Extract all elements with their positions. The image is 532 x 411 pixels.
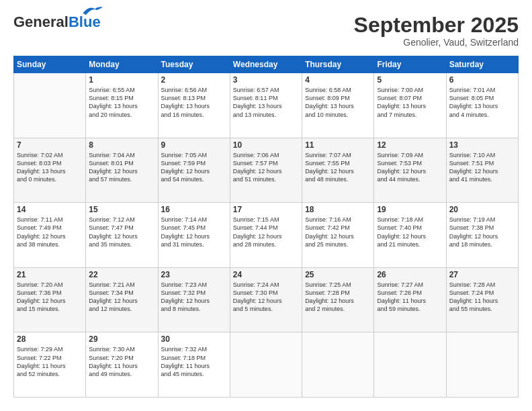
col-header-thursday: Thursday [302, 56, 374, 73]
col-header-sunday: Sunday [14, 56, 86, 73]
calendar-cell: 5Sunrise: 7:00 AMSunset: 8:07 PMDaylight… [374, 73, 446, 138]
cell-info: Sunrise: 7:30 AMSunset: 7:20 PMDaylight:… [89, 345, 154, 378]
cell-info: Sunrise: 7:09 AMSunset: 7:53 PMDaylight:… [377, 151, 443, 184]
day-number: 26 [377, 270, 443, 279]
cell-info: Sunrise: 7:27 AMSunset: 7:26 PMDaylight:… [377, 281, 443, 314]
day-number: 27 [449, 270, 515, 279]
col-header-tuesday: Tuesday [158, 56, 230, 73]
cell-info: Sunrise: 7:10 AMSunset: 7:51 PMDaylight:… [449, 151, 515, 184]
cell-info: Sunrise: 7:20 AMSunset: 7:36 PMDaylight:… [17, 281, 83, 314]
calendar-cell [302, 332, 374, 398]
day-number: 9 [161, 140, 227, 150]
col-header-saturday: Saturday [446, 56, 518, 73]
day-number: 13 [449, 140, 515, 150]
day-number: 8 [89, 140, 154, 150]
logo: GeneralBlue [13, 13, 101, 31]
calendar-cell: 2Sunrise: 6:56 AMSunset: 8:13 PMDaylight… [158, 73, 230, 138]
calendar-header-row: SundayMondayTuesdayWednesdayThursdayFrid… [14, 56, 519, 73]
calendar-cell: 17Sunrise: 7:15 AMSunset: 7:44 PMDayligh… [230, 203, 302, 268]
calendar-cell: 1Sunrise: 6:55 AMSunset: 8:15 PMDaylight… [86, 73, 158, 138]
cell-info: Sunrise: 7:19 AMSunset: 7:38 PMDaylight:… [449, 216, 515, 248]
cell-info: Sunrise: 6:55 AMSunset: 8:15 PMDaylight:… [89, 86, 154, 119]
cell-info: Sunrise: 6:57 AMSunset: 8:11 PMDaylight:… [233, 86, 299, 119]
cell-info: Sunrise: 7:18 AMSunset: 7:40 PMDaylight:… [377, 216, 443, 248]
calendar-cell: 25Sunrise: 7:25 AMSunset: 7:28 PMDayligh… [302, 267, 374, 332]
cell-info: Sunrise: 7:21 AMSunset: 7:34 PMDaylight:… [89, 281, 154, 314]
calendar-cell [446, 332, 518, 398]
day-number: 19 [377, 205, 443, 214]
col-header-monday: Monday [86, 56, 158, 73]
day-number: 11 [305, 140, 371, 150]
header: GeneralBlue September 2025 Genolier, Vau… [13, 13, 519, 48]
cell-info: Sunrise: 7:12 AMSunset: 7:47 PMDaylight:… [89, 216, 154, 248]
cell-info: Sunrise: 7:01 AMSunset: 8:05 PMDaylight:… [449, 86, 515, 119]
calendar-cell [230, 332, 302, 398]
calendar-cell: 18Sunrise: 7:16 AMSunset: 7:42 PMDayligh… [302, 203, 374, 268]
day-number: 23 [161, 270, 227, 279]
day-number: 14 [17, 205, 83, 214]
cell-info: Sunrise: 7:15 AMSunset: 7:44 PMDaylight:… [233, 216, 299, 248]
day-number: 30 [161, 334, 227, 344]
calendar-table: SundayMondayTuesdayWednesdayThursdayFrid… [13, 56, 519, 398]
calendar-cell: 28Sunrise: 7:29 AMSunset: 7:22 PMDayligh… [14, 332, 86, 398]
cell-info: Sunrise: 7:06 AMSunset: 7:57 PMDaylight:… [233, 151, 299, 184]
cell-info: Sunrise: 7:24 AMSunset: 7:30 PMDaylight:… [233, 281, 299, 314]
day-number: 15 [89, 205, 154, 214]
day-number: 21 [17, 270, 83, 279]
day-number: 5 [377, 75, 443, 85]
day-number: 3 [233, 75, 299, 85]
cell-info: Sunrise: 7:14 AMSunset: 7:45 PMDaylight:… [161, 216, 227, 248]
calendar-cell: 3Sunrise: 6:57 AMSunset: 8:11 PMDaylight… [230, 73, 302, 138]
day-number: 28 [17, 334, 83, 344]
calendar-cell: 19Sunrise: 7:18 AMSunset: 7:40 PMDayligh… [374, 203, 446, 268]
calendar-cell: 27Sunrise: 7:28 AMSunset: 7:24 PMDayligh… [446, 267, 518, 332]
calendar-cell: 15Sunrise: 7:12 AMSunset: 7:47 PMDayligh… [86, 203, 158, 268]
day-number: 17 [233, 205, 299, 214]
day-number: 10 [233, 140, 299, 150]
calendar-cell: 23Sunrise: 7:23 AMSunset: 7:32 PMDayligh… [158, 267, 230, 332]
cell-info: Sunrise: 7:02 AMSunset: 8:03 PMDaylight:… [17, 151, 83, 184]
location-subtitle: Genolier, Vaud, Switzerland [354, 37, 519, 48]
calendar-cell: 4Sunrise: 6:58 AMSunset: 8:09 PMDaylight… [302, 73, 374, 138]
calendar-row-4: 28Sunrise: 7:29 AMSunset: 7:22 PMDayligh… [14, 332, 519, 398]
cell-info: Sunrise: 7:11 AMSunset: 7:49 PMDaylight:… [17, 216, 83, 248]
calendar-cell: 21Sunrise: 7:20 AMSunset: 7:36 PMDayligh… [14, 267, 86, 332]
cell-info: Sunrise: 7:25 AMSunset: 7:28 PMDaylight:… [305, 281, 371, 314]
day-number: 4 [305, 75, 371, 85]
cell-info: Sunrise: 7:00 AMSunset: 8:07 PMDaylight:… [377, 86, 443, 119]
calendar-cell: 13Sunrise: 7:10 AMSunset: 7:51 PMDayligh… [446, 138, 518, 203]
day-number: 18 [305, 205, 371, 214]
cell-info: Sunrise: 7:32 AMSunset: 7:18 PMDaylight:… [161, 345, 227, 378]
calendar-cell: 26Sunrise: 7:27 AMSunset: 7:26 PMDayligh… [374, 267, 446, 332]
calendar-cell: 10Sunrise: 7:06 AMSunset: 7:57 PMDayligh… [230, 138, 302, 203]
cell-info: Sunrise: 7:05 AMSunset: 7:59 PMDaylight:… [161, 151, 227, 184]
calendar-row-2: 14Sunrise: 7:11 AMSunset: 7:49 PMDayligh… [14, 203, 519, 268]
calendar-row-1: 7Sunrise: 7:02 AMSunset: 8:03 PMDaylight… [14, 138, 519, 203]
calendar-cell: 12Sunrise: 7:09 AMSunset: 7:53 PMDayligh… [374, 138, 446, 203]
calendar-row-0: 1Sunrise: 6:55 AMSunset: 8:15 PMDaylight… [14, 73, 519, 138]
calendar-cell [374, 332, 446, 398]
calendar-cell: 7Sunrise: 7:02 AMSunset: 8:03 PMDaylight… [14, 138, 86, 203]
cell-info: Sunrise: 6:56 AMSunset: 8:13 PMDaylight:… [161, 86, 227, 119]
day-number: 7 [17, 140, 83, 150]
day-number: 22 [89, 270, 154, 279]
calendar-cell: 24Sunrise: 7:24 AMSunset: 7:30 PMDayligh… [230, 267, 302, 332]
calendar-cell: 6Sunrise: 7:01 AMSunset: 8:05 PMDaylight… [446, 73, 518, 138]
calendar-cell: 30Sunrise: 7:32 AMSunset: 7:18 PMDayligh… [158, 332, 230, 398]
calendar-cell [14, 73, 86, 138]
calendar-cell: 8Sunrise: 7:04 AMSunset: 8:01 PMDaylight… [86, 138, 158, 203]
day-number: 25 [305, 270, 371, 279]
calendar-cell: 22Sunrise: 7:21 AMSunset: 7:34 PMDayligh… [86, 267, 158, 332]
day-number: 12 [377, 140, 443, 150]
cell-info: Sunrise: 7:07 AMSunset: 7:55 PMDaylight:… [305, 151, 371, 184]
day-number: 1 [89, 75, 154, 85]
cell-info: Sunrise: 6:58 AMSunset: 8:09 PMDaylight:… [305, 86, 371, 119]
calendar-cell: 20Sunrise: 7:19 AMSunset: 7:38 PMDayligh… [446, 203, 518, 268]
cell-info: Sunrise: 7:16 AMSunset: 7:42 PMDaylight:… [305, 216, 371, 248]
month-title: September 2025 [354, 13, 519, 37]
logo-bird-icon [79, 4, 105, 16]
calendar-cell: 11Sunrise: 7:07 AMSunset: 7:55 PMDayligh… [302, 138, 374, 203]
cell-info: Sunrise: 7:23 AMSunset: 7:32 PMDaylight:… [161, 281, 227, 314]
calendar-cell: 9Sunrise: 7:05 AMSunset: 7:59 PMDaylight… [158, 138, 230, 203]
day-number: 2 [161, 75, 227, 85]
